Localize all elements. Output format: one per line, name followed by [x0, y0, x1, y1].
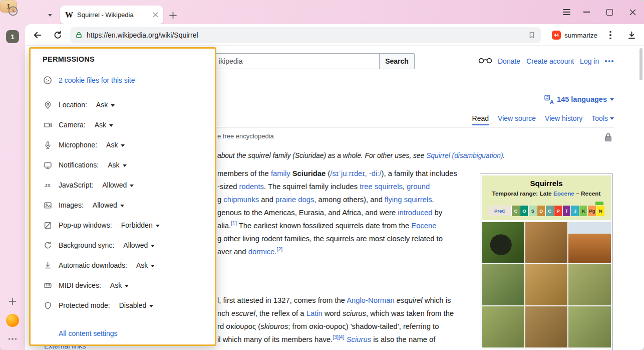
wiki-search-button[interactable]: Search [379, 53, 415, 69]
summarize-button[interactable]: 44 summarize [548, 28, 601, 43]
timescale-segment[interactable]: PreЄ [488, 206, 511, 216]
permission-dropdown[interactable]: Ask [110, 281, 129, 289]
permission-dropdown[interactable]: Disabled [119, 301, 153, 309]
permission-dropdown[interactable]: Ask [106, 141, 125, 149]
reload-icon [53, 31, 63, 40]
personal-tools-menu-icon[interactable] [605, 60, 613, 62]
infobox-photo[interactable] [568, 264, 611, 305]
tab-close-icon[interactable] [153, 12, 158, 18]
languages-button[interactable]: A 145 languages [544, 93, 614, 105]
permission-dropdown[interactable]: Ask [95, 121, 113, 129]
donate-link[interactable]: Donate [498, 57, 520, 65]
wiki-link[interactable]: /sɪˈjuːrɪdeɪ, -diː/ [330, 169, 381, 178]
taxobox-title: Squirrels [484, 179, 609, 188]
url-text: https://en.wikipedia.org/wiki/Squirrel [87, 31, 524, 39]
wiki-link[interactable]: flying squirrels [385, 196, 432, 204]
create-account-link[interactable]: Create account [526, 57, 574, 65]
log-in-link[interactable]: Log in [580, 57, 599, 65]
minimize-button[interactable] [580, 6, 593, 19]
history-button[interactable] [6, 4, 20, 18]
permissions-panel: PERMISSIONS 2 cookie files for this site [29, 47, 216, 346]
protected-mode-shield-icon [43, 301, 53, 310]
maximize-button[interactable] [603, 6, 616, 19]
infobox-photo[interactable] [525, 264, 568, 305]
wiki-search-input[interactable] [210, 53, 380, 69]
timescale-segment[interactable]: Pg [587, 206, 596, 216]
infobox-photo[interactable] [525, 222, 568, 263]
tab-tools[interactable]: Tools [591, 114, 614, 122]
timescale-segment[interactable]: Є [511, 206, 520, 216]
permission-dropdown[interactable]: Allowed [123, 241, 155, 249]
timescale-segment[interactable]: D [537, 206, 545, 216]
chevron-down-icon [610, 98, 614, 101]
tab-squirrel-wikipedia[interactable]: W Squirrel - Wikipedia [60, 6, 163, 24]
infobox-photo[interactable] [482, 306, 524, 347]
permission-dropdown[interactable]: Ask [108, 161, 126, 169]
timescale-segment[interactable]: J [570, 206, 579, 216]
timescale-segment[interactable]: S [528, 206, 537, 216]
secure-lock-icon[interactable] [75, 31, 83, 39]
wiki-link[interactable]: tree squirrels [360, 183, 403, 191]
downloads-button[interactable] [625, 29, 638, 42]
range-marker [595, 202, 603, 205]
tab-view-source[interactable]: View source [498, 114, 536, 122]
timescale-segment[interactable]: N [596, 206, 604, 216]
summarize-options-button[interactable] [604, 29, 617, 42]
new-tab-button[interactable] [167, 10, 178, 21]
wiki-link[interactable]: [1] [231, 220, 237, 226]
wiki-link[interactable]: Sciurus [347, 335, 371, 343]
wiki-link[interactable]: [3][4] [333, 334, 344, 340]
browser-window: 1 W Squirrel - Wikipedia 1 [0, 0, 644, 350]
timescale-segment[interactable]: P [554, 206, 562, 216]
close-window-button[interactable] [626, 6, 639, 19]
tab-group-chevron-down-icon[interactable] [46, 11, 54, 19]
bookmark-flag-icon[interactable] [528, 31, 536, 39]
infobox-photo[interactable] [568, 222, 611, 263]
infobox-photo[interactable] [482, 264, 524, 305]
wiki-link[interactable]: ground [407, 183, 430, 191]
wiki-link[interactable]: prairie dogs [275, 196, 314, 204]
sidebar-tab-counter-badge[interactable]: 1 [6, 30, 19, 43]
wiki-link[interactable]: family [271, 169, 290, 178]
timescale-segment[interactable]: T [562, 206, 571, 216]
wiki-link[interactable]: [2] [276, 246, 282, 252]
yandex-services-icon[interactable] [6, 314, 19, 327]
permissions-list: Location: Ask Camera: Ask [43, 95, 210, 315]
reload-button[interactable] [51, 29, 64, 42]
minimize-icon [583, 12, 590, 13]
timescale-segment[interactable]: C [545, 206, 554, 216]
infobox-photo[interactable] [568, 306, 611, 347]
permission-dropdown[interactable]: Ask [96, 101, 115, 109]
timescale-segment[interactable]: K [579, 206, 587, 216]
browser-menu-button[interactable] [560, 6, 573, 19]
wiki-link[interactable]: introduced [398, 209, 432, 217]
wiki-link[interactable]: rodents [239, 183, 264, 191]
sidebar-more-button[interactable] [7, 337, 18, 341]
timescale-segment[interactable]: O [520, 206, 528, 216]
permission-dropdown[interactable]: Forbidden [121, 221, 160, 229]
wiki-link[interactable]: chipmunks [223, 196, 259, 204]
permission-dropdown[interactable]: Allowed [93, 201, 124, 209]
wiki-link[interactable]: dormice [248, 248, 275, 256]
page-protection-lock-icon[interactable] [604, 132, 612, 142]
wiki-link[interactable]: Anglo-Norman [347, 296, 394, 304]
infobox-photo[interactable] [482, 222, 524, 263]
wiki-link[interactable]: Squirrel (disambiguation) [426, 152, 503, 159]
all-content-settings-link[interactable]: All content settings [59, 329, 118, 337]
tab-read[interactable]: Read [472, 114, 489, 125]
back-button[interactable] [31, 29, 44, 42]
wiki-link[interactable]: Eocene [553, 190, 574, 197]
permission-dropdown[interactable]: Ask [136, 261, 155, 269]
page-scrollbar-thumb[interactable] [639, 48, 642, 80]
wiki-link[interactable]: Eocene [411, 222, 436, 230]
wiki-link[interactable]: Latin [306, 309, 323, 317]
tab-view-history[interactable]: View history [545, 114, 582, 122]
permission-dropdown[interactable]: Allowed [102, 181, 134, 189]
midi-devices-icon [43, 281, 53, 290]
address-bar[interactable]: https://en.wikipedia.org/wiki/Squirrel [70, 27, 541, 43]
cookie-files-link[interactable]: 2 cookie files for this site [59, 76, 135, 84]
sidebar-add-button[interactable] [7, 296, 18, 307]
appearance-glasses-icon[interactable] [478, 55, 493, 65]
infobox-photo[interactable] [525, 306, 568, 347]
wiki-personal-links: Donate Create account Log in [498, 56, 613, 66]
